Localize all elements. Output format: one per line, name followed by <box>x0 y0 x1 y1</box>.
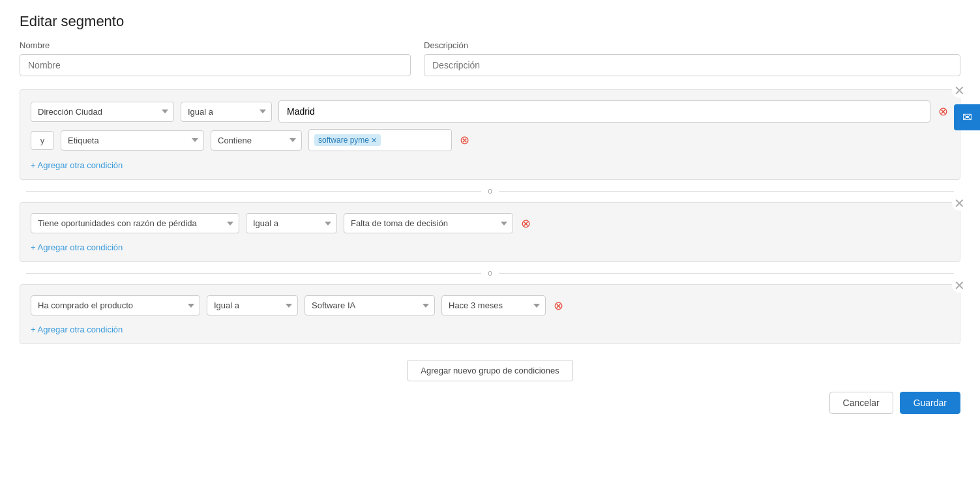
condition-row-1: Dirección Ciudad Igual a ⊗ <box>31 100 949 123</box>
nombre-input[interactable] <box>20 54 411 76</box>
descripcion-field-group: Descripción <box>424 40 960 76</box>
cancel-button[interactable]: Cancelar <box>829 392 893 414</box>
or-label-2: o <box>488 269 492 278</box>
field-select-4[interactable]: Ha comprado el producto <box>31 295 200 315</box>
remove-condition-2-button[interactable]: ⊗ <box>458 133 471 147</box>
operator-select-3[interactable]: Igual a <box>246 213 337 233</box>
add-condition-group3-button[interactable]: + Agregar otra condición <box>31 323 123 336</box>
field-select-2[interactable]: Etiqueta <box>61 130 204 151</box>
or-separator-2: o <box>20 262 960 284</box>
condition-group-1: ✕ Dirección Ciudad Igual a ⊗ y Etiqueta … <box>20 89 960 180</box>
remove-condition-3-button[interactable]: ⊗ <box>520 216 532 231</box>
descripcion-input[interactable] <box>424 54 960 76</box>
float-mail-icon[interactable]: ✉ <box>954 104 980 130</box>
descripcion-label: Descripción <box>424 40 960 50</box>
tag-remove-icon[interactable]: ✕ <box>371 136 377 145</box>
operator-select-2[interactable]: Contiene <box>211 130 302 151</box>
operator-select-1[interactable]: Igual a <box>181 102 272 122</box>
tag-input-2[interactable]: software pyme✕ <box>308 129 452 151</box>
condition-group-3: ✕ Ha comprado el producto Igual a Softwa… <box>20 284 960 344</box>
remove-icon-1: ⊗ <box>938 106 948 117</box>
nombre-label: Nombre <box>20 40 411 50</box>
add-group-button[interactable]: Agregar nuevo grupo de condiciones <box>407 360 572 381</box>
field-select-1[interactable]: Dirección Ciudad <box>31 102 174 122</box>
remove-condition-4-button[interactable]: ⊗ <box>552 299 565 313</box>
value-select-3[interactable]: Falta de toma de decisión <box>344 213 513 233</box>
value-select-4[interactable]: Software IA <box>304 295 435 315</box>
bottom-actions: Cancelar Guardar <box>20 392 960 414</box>
remove-condition-1-button[interactable]: ⊗ <box>937 104 949 119</box>
tag-software-pyme: software pyme✕ <box>314 134 381 146</box>
close-group-2-button[interactable]: ✕ <box>952 196 966 211</box>
top-fields-row: Nombre Descripción <box>20 40 960 76</box>
condition-group-2: ✕ Tiene oportunidades con razón de pérdi… <box>20 202 960 262</box>
remove-icon-4: ⊗ <box>554 300 563 312</box>
condition-row-3: Tiene oportunidades con razón de pérdida… <box>31 213 949 233</box>
close-group-3-button[interactable]: ✕ <box>952 278 966 293</box>
or-label-1: o <box>488 186 492 196</box>
save-button[interactable]: Guardar <box>900 392 960 414</box>
connector-label-2: y <box>31 131 54 150</box>
remove-icon-3: ⊗ <box>521 218 531 229</box>
add-condition-group1-button[interactable]: + Agregar otra condición <box>31 159 123 171</box>
add-group-row: Agregar nuevo grupo de condiciones <box>20 360 960 381</box>
field-select-3[interactable]: Tiene oportunidades con razón de pérdida <box>31 213 239 233</box>
condition-row-4: Ha comprado el producto Igual a Software… <box>31 295 949 315</box>
or-separator-1: o <box>20 180 960 202</box>
close-group-1-button[interactable]: ✕ <box>952 83 966 98</box>
remove-icon-2: ⊗ <box>460 134 469 146</box>
nombre-field-group: Nombre <box>20 40 411 76</box>
value-input-1[interactable] <box>278 100 930 123</box>
page-title: Editar segmento <box>20 13 960 30</box>
time-select-4[interactable]: Hace 3 meses <box>441 295 546 315</box>
operator-select-4[interactable]: Igual a <box>207 295 298 315</box>
condition-row-2: y Etiqueta Contiene software pyme✕ ⊗ <box>31 129 949 151</box>
add-condition-group2-button[interactable]: + Agregar otra condición <box>31 241 123 254</box>
